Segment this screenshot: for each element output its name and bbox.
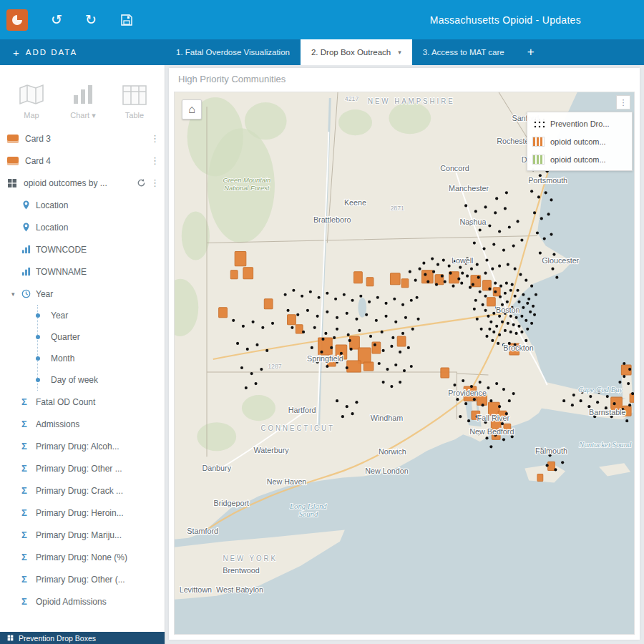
refresh-icon[interactable] (137, 178, 146, 187)
field-townname[interactable]: TOWNNAME (0, 260, 165, 283)
home-extent-button[interactable]: ⌂ (182, 99, 202, 119)
field-label: Fatal OD Count (36, 397, 159, 407)
svg-text:Portsmouth: Portsmouth (528, 176, 567, 185)
add-data-label: ADD DATA (26, 48, 77, 57)
field-towncode[interactable]: TOWNCODE (0, 238, 165, 260)
svg-text:Bridgeport: Bridgeport (213, 498, 249, 507)
save-icon[interactable] (121, 14, 132, 26)
tool-map[interactable]: Map (10, 75, 53, 120)
field-opioid-admissions[interactable]: ΣOpioid Admissions (0, 590, 165, 613)
field-admissions[interactable]: ΣAdmissions (0, 413, 165, 435)
field-label: Primary Drug: Crack ... (36, 486, 159, 496)
dataset-label: opioid outcomes by ... (24, 178, 132, 188)
subfield-label: Day of week (51, 375, 98, 385)
sigma-icon: Σ (21, 552, 36, 562)
tab-label: 2. Drop Box Outreach (311, 48, 391, 57)
svg-text:Cape Cod Bay: Cape Cod Bay (578, 385, 623, 394)
svg-text:Boston: Boston (496, 306, 519, 314)
tab-1[interactable]: 1. Fatal Overdose Visualization (165, 39, 301, 65)
kebab-menu-icon[interactable]: ⋮ (150, 155, 159, 166)
redo-icon[interactable]: ↻ (85, 13, 97, 26)
bottom-dataset-label: Prevention Drop Boxes (19, 634, 96, 643)
svg-text:Falmouth: Falmouth (535, 447, 567, 455)
field-primary-drug-mariju[interactable]: ΣPrimary Drug: Mariju... (0, 524, 165, 546)
svg-text:Windham: Windham (371, 414, 403, 422)
new-page-button[interactable]: + (515, 39, 547, 65)
field-label: Primary Drug: Heroin... (36, 508, 159, 518)
sigma-icon: Σ (21, 396, 36, 407)
plus-icon: + (13, 47, 19, 59)
field-location[interactable]: Location (0, 194, 165, 216)
map-legend: Prevention Dro...opioid outcom...opioid … (527, 112, 633, 171)
field-primary-drug-heroin[interactable]: ΣPrimary Drug: Heroin... (0, 502, 165, 524)
tool-chart[interactable]: Chart ▾ (62, 75, 104, 120)
tab-3[interactable]: 3. Access to MAT care (412, 39, 515, 65)
field-fatal-od-count[interactable]: ΣFatal OD Count (0, 391, 165, 413)
orange-hatch-swatch (532, 137, 545, 147)
legend-item-1[interactable]: Prevention Dro... (532, 114, 627, 132)
card-icon (7, 157, 19, 165)
field-label: TOWNCODE (36, 245, 159, 255)
subfield-month[interactable]: Month (38, 348, 165, 369)
field-primary-drug-alcoh[interactable]: ΣPrimary Drug: Alcoh... (0, 435, 165, 457)
svg-text:Hartford: Hartford (288, 406, 316, 414)
field-primary-drug-other[interactable]: ΣPrimary Drug: Other ... (0, 457, 165, 479)
app-logo[interactable] (6, 9, 28, 31)
svg-text:1287: 1287 (268, 363, 282, 370)
map-viewport[interactable]: NEW HAMPSHIRECONNECTICUTNEW YORKSanfordR… (174, 92, 635, 635)
tool-label: Chart ▾ (62, 111, 104, 120)
legend-label: Prevention Dro... (550, 119, 610, 128)
kebab-menu-icon[interactable]: ⋮ (150, 133, 159, 144)
svg-text:2871: 2871 (390, 205, 404, 212)
field-location[interactable]: Location (0, 216, 165, 238)
dots-swatch (532, 119, 545, 129)
card-icon (7, 135, 19, 143)
tab-strip: 1. Fatal Overdose Visualization2. Drop B… (165, 39, 515, 65)
fields-list: LocationLocationTOWNCODETOWNNAME▾YearYea… (0, 194, 165, 613)
field-label: Primary Drug: Mariju... (36, 530, 159, 540)
chevron-down-icon[interactable]: ▾ (398, 49, 401, 56)
sigma-icon: Σ (21, 463, 36, 474)
svg-text:Green MountainNational Forest: Green MountainNational Forest (223, 176, 270, 192)
basemap: NEW HAMPSHIRECONNECTICUTNEW YORKSanfordR… (175, 92, 634, 634)
bullet-icon (36, 378, 40, 382)
svg-text:Waterbury: Waterbury (253, 446, 289, 454)
svg-text:Norwich: Norwich (379, 447, 406, 456)
field-primary-drug-crack[interactable]: ΣPrimary Drug: Crack ... (0, 479, 165, 502)
tools-row: MapChart ▾Table (0, 65, 165, 127)
dataset-row[interactable]: opioid outcomes by ... ⋮ (0, 172, 165, 194)
subfield-quarter[interactable]: Quarter (38, 326, 165, 348)
legend-item-3[interactable]: opioid outcom... (532, 150, 627, 168)
legend-label: opioid outcom... (550, 155, 606, 164)
legend-item-2[interactable]: opioid outcom... (532, 132, 627, 150)
map-icon (10, 75, 53, 105)
subfield-year[interactable]: Year (38, 305, 165, 326)
undo-icon[interactable]: ↺ (51, 13, 62, 26)
svg-text:Brockton: Brockton (503, 343, 533, 352)
svg-text:NEW HAMPSHIRE: NEW HAMPSHIRE (368, 97, 455, 105)
bullet-icon (36, 313, 40, 318)
svg-text:New Bedford: New Bedford (469, 427, 514, 436)
sigma-icon: Σ (21, 574, 36, 585)
field-label: TOWNNAME (36, 267, 159, 277)
tool-table[interactable]: Table (113, 75, 156, 120)
chevron-down-icon[interactable]: ▾ (11, 291, 21, 298)
field-year[interactable]: ▾Year (0, 283, 165, 305)
svg-text:Concord: Concord (440, 164, 469, 172)
field-primary-drug-none[interactable]: ΣPrimary Drug: None (%) (0, 546, 165, 568)
svg-text:Lowell: Lowell (452, 256, 473, 265)
dataset-grid-icon (7, 635, 14, 641)
tab-2[interactable]: 2. Drop Box Outreach▾ (301, 39, 412, 65)
dataset-prevention-drop-boxes[interactable]: Prevention Drop Boxes (0, 632, 165, 644)
card-label: Card 3 (25, 134, 146, 144)
tab-label: 3. Access to MAT care (423, 48, 504, 57)
card-item-2[interactable]: Card 4⋮ (0, 150, 165, 172)
card-menu-button[interactable]: ⋮ (616, 95, 630, 109)
kebab-menu-icon[interactable]: ⋮ (150, 177, 159, 188)
field-primary-drug-other[interactable]: ΣPrimary Drug: Other (... (0, 568, 165, 590)
add-data-button[interactable]: + ADD DATA (0, 39, 165, 65)
table-icon (113, 75, 156, 105)
subfield-day-of-week[interactable]: Day of week (38, 369, 165, 391)
field-label: Primary Drug: Alcoh... (36, 441, 159, 452)
card-item-1[interactable]: Card 3⋮ (0, 127, 165, 150)
